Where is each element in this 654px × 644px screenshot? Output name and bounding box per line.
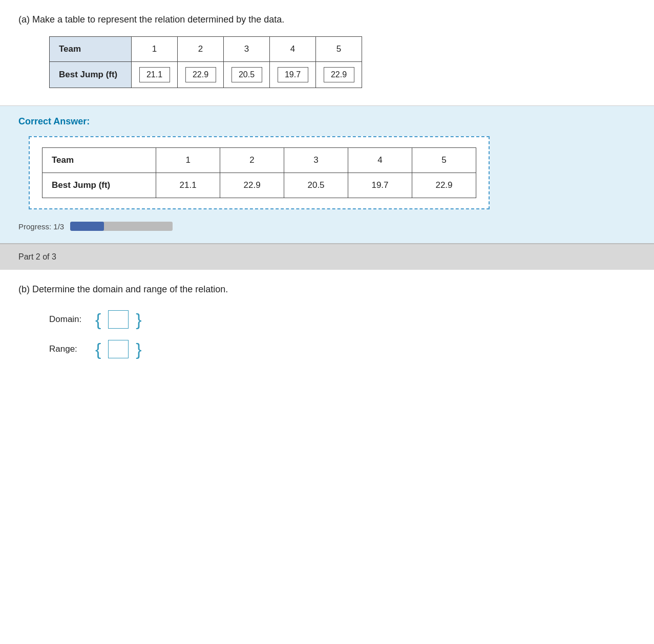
correct-answer-label: Correct Answer: xyxy=(18,116,636,127)
val2-cell[interactable]: 22.9 xyxy=(178,62,224,88)
range-input[interactable] xyxy=(108,340,129,358)
range-right-brace: } xyxy=(136,340,141,358)
val5-cell[interactable]: 22.9 xyxy=(316,62,362,88)
val2-input[interactable]: 22.9 xyxy=(185,67,216,82)
val1-input[interactable]: 21.1 xyxy=(139,67,170,82)
domain-right-brace: } xyxy=(136,311,141,328)
correct-team-header: Team xyxy=(43,148,156,173)
range-left-brace: { xyxy=(95,340,101,358)
part2-question: (b) Determine the domain and range of th… xyxy=(18,284,636,295)
correct-col4: 4 xyxy=(348,148,412,173)
part2-divider-label: Part 2 of 3 xyxy=(18,252,56,261)
part1-question: (a) Make a table to represent the relati… xyxy=(18,14,636,25)
correct-val2: 22.9 xyxy=(220,173,284,198)
team-header: Team xyxy=(50,37,132,62)
domain-left-brace: { xyxy=(95,311,101,328)
correct-answer-box: Team 1 2 3 4 5 Best Jump (ft) 21.1 22.9 … xyxy=(29,136,490,209)
correct-bestjump-header: Best Jump (ft) xyxy=(43,173,156,198)
table-row-header: Team 1 2 3 4 5 xyxy=(50,37,362,62)
val4-cell[interactable]: 19.7 xyxy=(270,62,316,88)
progress-row: Progress: 1/3 xyxy=(18,222,636,231)
val5-input[interactable]: 22.9 xyxy=(324,67,354,82)
val3-cell[interactable]: 20.5 xyxy=(224,62,270,88)
val4-input[interactable]: 19.7 xyxy=(278,67,308,82)
val1-cell[interactable]: 21.1 xyxy=(132,62,178,88)
correct-col1: 1 xyxy=(156,148,220,173)
range-label: Range: xyxy=(49,344,90,354)
correct-val5: 22.9 xyxy=(412,173,476,198)
part1-section: (a) Make a table to represent the relati… xyxy=(0,0,654,105)
domain-label: Domain: xyxy=(49,314,90,325)
progress-label: Progress: 1/3 xyxy=(18,222,64,231)
col1-header: 1 xyxy=(132,37,178,62)
correct-val3: 20.5 xyxy=(284,173,348,198)
progress-section: Progress: 1/3 xyxy=(18,211,636,231)
range-row: Range: { } xyxy=(49,340,636,358)
domain-row: Domain: { } xyxy=(49,310,636,329)
col2-header: 2 xyxy=(178,37,224,62)
correct-col3: 3 xyxy=(284,148,348,173)
part2-divider: Part 2 of 3 xyxy=(0,243,654,270)
correct-val4: 19.7 xyxy=(348,173,412,198)
correct-col2: 2 xyxy=(220,148,284,173)
correct-answer-section: Correct Answer: Team 1 2 3 4 5 Best Jump… xyxy=(0,105,654,243)
bestjump-header: Best Jump (ft) xyxy=(50,62,132,88)
part2-section: (b) Determine the domain and range of th… xyxy=(0,270,654,388)
progress-bar-background xyxy=(70,222,173,231)
correct-table: Team 1 2 3 4 5 Best Jump (ft) 21.1 22.9 … xyxy=(42,147,476,198)
domain-input[interactable] xyxy=(108,310,129,329)
col4-header: 4 xyxy=(270,37,316,62)
progress-bar-fill xyxy=(70,222,104,231)
part1-table: Team 1 2 3 4 5 Best Jump (ft) 21.1 22.9 … xyxy=(49,36,362,88)
table-row-values: Best Jump (ft) 21.1 22.9 20.5 19.7 22.9 xyxy=(50,62,362,88)
col5-header: 5 xyxy=(316,37,362,62)
col3-header: 3 xyxy=(224,37,270,62)
correct-val1: 21.1 xyxy=(156,173,220,198)
val3-input[interactable]: 20.5 xyxy=(231,67,262,82)
correct-table-header-row: Team 1 2 3 4 5 xyxy=(43,148,476,173)
correct-table-values-row: Best Jump (ft) 21.1 22.9 20.5 19.7 22.9 xyxy=(43,173,476,198)
correct-col5: 5 xyxy=(412,148,476,173)
